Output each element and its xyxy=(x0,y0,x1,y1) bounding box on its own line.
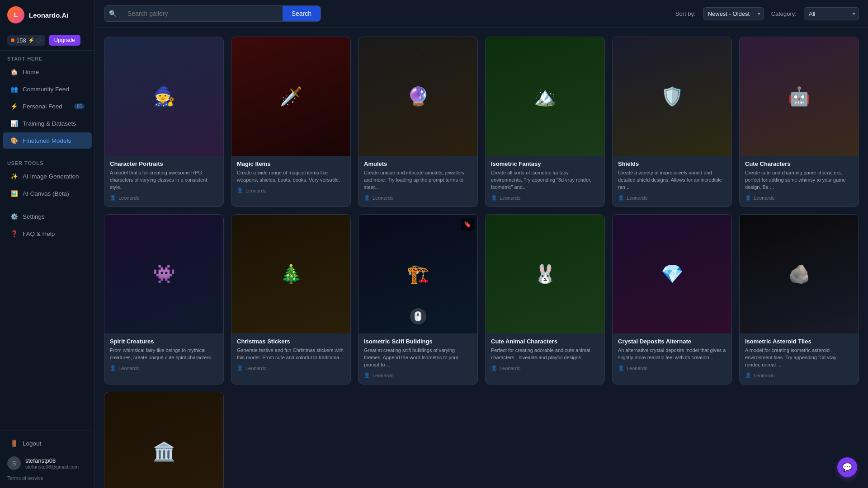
author-icon: 👤 xyxy=(237,188,243,194)
author-name-isometric-asteroid-tiles: Leonardo xyxy=(754,373,775,378)
model-card-cute-animal-characters[interactable]: 🐰 Cute Animal Characters Perfect for cre… xyxy=(485,214,605,385)
user-tools-label: User Tools xyxy=(0,155,94,168)
category-select[interactable]: All Characters Environments Objects Abst… xyxy=(804,7,859,20)
sidebar-item-finetuned-label: Finetuned Models xyxy=(23,137,71,144)
sidebar-item-faq[interactable]: ❓ FAQ & Help xyxy=(3,225,92,242)
model-card-spirit-creatures[interactable]: 👾 Spirit Creatures From whimsical fairy-… xyxy=(104,214,224,385)
card-emoji-magic-items: 🗡️ xyxy=(231,37,350,156)
sort-by-label: Sort by: xyxy=(675,10,696,17)
credits-info-icon[interactable]: ⓘ xyxy=(37,37,42,44)
credits-amount: 158 xyxy=(16,37,26,44)
card-emoji-leonardo-signature: 🏛️ xyxy=(104,392,223,488)
author-name-isometric-scifi-buildings: Leonardo xyxy=(373,373,394,378)
card-title-magic-items: Magic Items xyxy=(237,160,345,167)
card-title-isometric-scifi-buildings: Isometric Scifi Buildings xyxy=(364,338,472,345)
card-body-christmas-stickers: Christmas Stickers Generate festive and … xyxy=(231,333,350,377)
card-author-cute-characters: 👤 Leonardo xyxy=(745,195,853,201)
ai-canvas-icon: 🖼️ xyxy=(10,189,18,197)
topbar: 🔍 Search Sort by: Newest - Oldest Oldest… xyxy=(95,0,868,28)
model-card-isometric-scifi-buildings[interactable]: 🏗️ 🔖 🖱️ Isometric Scifi Buildings Great … xyxy=(358,214,478,385)
search-input[interactable] xyxy=(121,6,283,21)
author-icon: 👤 xyxy=(491,365,497,371)
card-author-spirit-creatures: 👤 Leonardo xyxy=(110,365,218,371)
model-card-isometric-fantasy[interactable]: 🏔️ Isometric Fantasy Create all sorts of… xyxy=(485,37,605,207)
sidebar-bottom: 🚪 Logout S stefanstp08 stefanstp08@gmail… xyxy=(0,431,94,488)
user-name: stefanstp08 xyxy=(25,457,87,464)
card-image-spirit-creatures: 👾 xyxy=(104,215,223,333)
user-row: S stefanstp08 stefanstp08@gmail.com xyxy=(0,452,94,474)
sidebar-divider-2 xyxy=(5,205,89,205)
gallery-container: 🧙 Character Portraits A model that's for… xyxy=(95,28,868,488)
sidebar-item-community-feed[interactable]: 👥 Community Feed xyxy=(3,81,92,97)
author-name-crystal-deposits-alternate: Leonardo xyxy=(627,366,648,371)
card-desc-christmas-stickers: Generate festive and fun Christmas stick… xyxy=(237,347,345,361)
training-icon: 📊 xyxy=(10,119,18,127)
author-name-christmas-stickers: Leonardo xyxy=(245,366,267,371)
card-image-shields: 🛡️ xyxy=(613,37,731,156)
author-name-character-portraits: Leonardo xyxy=(118,195,140,201)
card-emoji-character-portraits: 🧙 xyxy=(104,37,223,156)
card-desc-crystal-deposits-alternate: An alternative crystal deposits model th… xyxy=(618,347,726,361)
chat-fab-button[interactable]: 💬 xyxy=(837,457,857,477)
author-name-cute-animal-characters: Leonardo xyxy=(500,366,521,371)
search-container: 🔍 Search xyxy=(104,5,321,22)
credits-badge: 158 ⚡ ⓘ xyxy=(7,35,45,46)
card-author-shields: 👤 Leonardo xyxy=(618,195,726,201)
card-body-cute-animal-characters: Cute Animal Characters Perfect for creat… xyxy=(486,333,604,377)
sidebar-item-training-datasets[interactable]: 📊 Training & Datasets xyxy=(3,115,92,131)
search-button[interactable]: Search xyxy=(283,6,321,21)
terms-of-service-link[interactable]: Terms of service xyxy=(0,474,94,484)
sidebar-item-home-label: Home xyxy=(23,69,39,75)
logo-text: Leonardo.Ai xyxy=(29,11,69,19)
sidebar-item-finetuned-models[interactable]: 🎨 Finetuned Models xyxy=(3,132,92,149)
card-body-character-portraits: Character Portraits A model that's for c… xyxy=(104,156,223,206)
card-emoji-isometric-fantasy: 🏔️ xyxy=(486,37,604,156)
model-card-isometric-asteroid-tiles[interactable]: 🪨 Isometric Asteroid Tiles A model for c… xyxy=(739,214,859,385)
card-author-christmas-stickers: 👤 Leonardo xyxy=(237,365,345,371)
sidebar-item-ai-image-generation[interactable]: ✨ AI Image Generation xyxy=(3,168,92,184)
settings-icon: ⚙️ xyxy=(10,212,18,221)
card-body-amulets: Amulets Create unique and intricate amul… xyxy=(359,156,477,206)
card-desc-magic-items: Create a wide range of magical items lik… xyxy=(237,169,345,184)
model-card-character-portraits[interactable]: 🧙 Character Portraits A model that's for… xyxy=(104,37,224,207)
card-emoji-spirit-creatures: 👾 xyxy=(104,215,223,333)
model-card-shields[interactable]: 🛡️ Shields Create a variety of impressiv… xyxy=(612,37,732,207)
card-image-magic-items: 🗡️ xyxy=(231,37,350,156)
model-card-cute-characters[interactable]: 🤖 Cute Characters Create cute and charmi… xyxy=(739,37,859,207)
model-card-magic-items[interactable]: 🗡️ Magic Items Create a wide range of ma… xyxy=(231,37,351,207)
model-card-leonardo-signature[interactable]: 🏛️ Leonardo Signature The core model of … xyxy=(104,392,224,488)
sidebar-item-logout[interactable]: 🚪 Logout xyxy=(3,435,92,451)
category-label: Category: xyxy=(771,10,797,17)
card-image-isometric-asteroid-tiles: 🪨 xyxy=(740,215,859,333)
author-icon: 👤 xyxy=(618,365,624,371)
sidebar-item-ai-canvas[interactable]: 🖼️ AI Canvas (Beta) xyxy=(3,185,92,202)
card-desc-spirit-creatures: From whimsical fairy-like beings to myth… xyxy=(110,347,218,361)
card-body-crystal-deposits-alternate: Crystal Deposits Alternate An alternativ… xyxy=(613,333,731,377)
sort-select-wrap: Newest - Oldest Oldest - Newest Most Pop… xyxy=(703,7,764,20)
card-image-amulets: 🔮 xyxy=(359,37,477,156)
sidebar-item-personal-feed[interactable]: ⚡ Personal Feed 88 xyxy=(3,98,92,114)
main-content: 🔍 Search Sort by: Newest - Oldest Oldest… xyxy=(95,0,868,488)
card-emoji-christmas-stickers: 🎄 xyxy=(231,215,350,333)
sidebar-item-settings[interactable]: ⚙️ Settings xyxy=(3,208,92,225)
sort-select[interactable]: Newest - Oldest Oldest - Newest Most Pop… xyxy=(703,7,764,20)
bookmark-button[interactable]: 🔖 xyxy=(461,218,474,231)
card-title-spirit-creatures: Spirit Creatures xyxy=(110,338,218,345)
model-card-christmas-stickers[interactable]: 🎄 Christmas Stickers Generate festive an… xyxy=(231,214,351,385)
community-feed-icon: 👥 xyxy=(10,85,18,93)
model-card-amulets[interactable]: 🔮 Amulets Create unique and intricate am… xyxy=(358,37,478,207)
gallery-grid: 🧙 Character Portraits A model that's for… xyxy=(104,37,859,488)
card-image-isometric-scifi-buildings: 🏗️ 🔖 🖱️ xyxy=(359,215,477,333)
model-card-crystal-deposits-alternate[interactable]: 💎 Crystal Deposits Alternate An alternat… xyxy=(612,214,732,385)
author-name-shields: Leonardo xyxy=(627,195,648,201)
sidebar-item-home[interactable]: 🏠 Home xyxy=(3,64,92,80)
credits-icon: ⚡ xyxy=(28,37,35,43)
user-info: stefanstp08 stefanstp08@gmail.com xyxy=(25,457,87,469)
upgrade-button[interactable]: Upgrade xyxy=(49,35,80,46)
card-desc-isometric-fantasy: Create all sorts of isometric fantasy en… xyxy=(491,169,599,191)
card-author-cute-animal-characters: 👤 Leonardo xyxy=(491,365,599,371)
card-title-christmas-stickers: Christmas Stickers xyxy=(237,338,345,345)
home-icon: 🏠 xyxy=(10,68,18,76)
sidebar-item-training-label: Training & Datasets xyxy=(23,120,76,127)
card-desc-character-portraits: A model that's for creating awesome RPG … xyxy=(110,169,218,191)
